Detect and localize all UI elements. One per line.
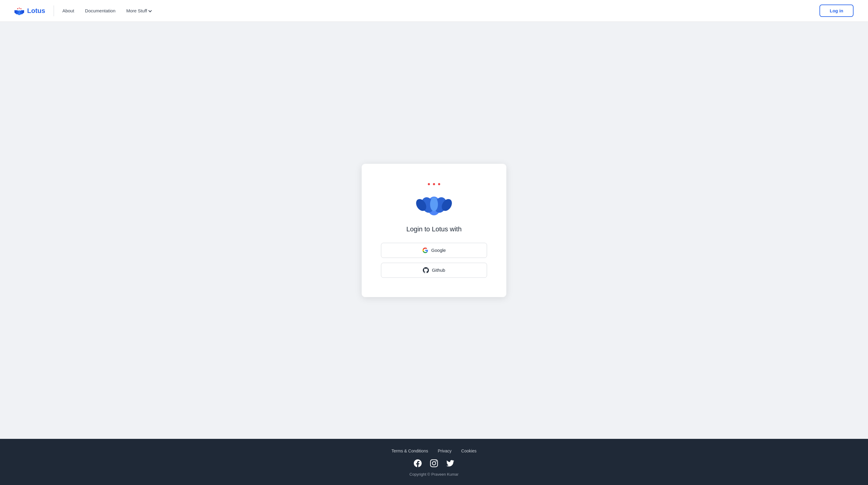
github-button-label: Github	[432, 267, 445, 273]
lotus-dot-center	[433, 183, 435, 185]
login-card: Login to Lotus with Google Github	[362, 164, 506, 297]
footer-link-privacy[interactable]: Privacy	[438, 449, 452, 453]
nav-link-documentation[interactable]: Documentation	[85, 8, 116, 13]
svg-point-7	[21, 8, 22, 9]
main-content: Login to Lotus with Google Github	[0, 22, 868, 439]
brand-lotus-icon	[14, 7, 24, 15]
lotus-dot-left	[428, 183, 430, 185]
footer-link-terms[interactable]: Terms & Conditions	[392, 449, 428, 453]
google-login-button[interactable]: Google	[381, 243, 487, 258]
navbar-divider	[54, 5, 54, 16]
lotus-dot-right	[438, 183, 440, 185]
brand-link[interactable]: Lotus	[14, 7, 45, 15]
lotus-logo-container	[416, 181, 452, 217]
svg-point-13	[430, 197, 438, 211]
login-button[interactable]: Log in	[819, 4, 854, 17]
login-title: Login to Lotus with	[406, 225, 461, 233]
footer-social	[6, 459, 862, 467]
chevron-down-icon	[148, 9, 152, 12]
more-stuff-dropdown[interactable]: More Stuff	[126, 8, 151, 13]
instagram-icon[interactable]	[430, 459, 438, 467]
lotus-large-icon	[416, 188, 452, 216]
google-button-label: Google	[431, 248, 446, 253]
github-icon	[423, 267, 429, 273]
auth-buttons: Google Github	[381, 243, 487, 278]
github-login-button[interactable]: Github	[381, 263, 487, 278]
more-stuff-label: More Stuff	[126, 8, 147, 13]
twitter-icon[interactable]	[446, 459, 454, 467]
nav-link-about[interactable]: About	[62, 8, 74, 13]
footer: Terms & Conditions Privacy Cookies Copyr…	[0, 439, 868, 485]
google-icon	[422, 247, 428, 253]
facebook-icon[interactable]	[414, 459, 422, 467]
svg-point-5	[17, 8, 19, 9]
lotus-dots	[428, 183, 440, 185]
footer-link-cookies[interactable]: Cookies	[461, 449, 476, 453]
navbar-links: About Documentation More Stuff	[62, 8, 151, 13]
navbar: Lotus About Documentation More Stuff Log…	[0, 0, 868, 22]
footer-links: Terms & Conditions Privacy Cookies	[6, 449, 862, 453]
brand-name: Lotus	[27, 7, 45, 15]
footer-copyright: Copyright © Praveen Kumar	[6, 472, 862, 477]
svg-point-6	[19, 7, 20, 9]
